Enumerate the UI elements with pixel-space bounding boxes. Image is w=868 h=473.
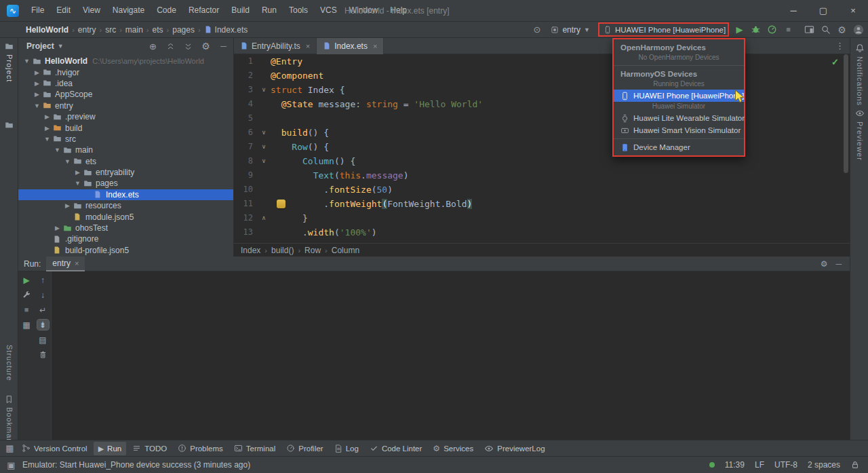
close-icon[interactable]: × [75, 259, 79, 267]
menu-navigate[interactable]: Navigate [106, 0, 151, 21]
tree-item-entry[interactable]: ▼entry [18, 100, 234, 111]
code-line-7[interactable]: 7∨ Row() { [234, 140, 850, 154]
print-icon[interactable]: ▤ [37, 335, 49, 345]
tree-item-gitignore[interactable]: .gitignore [18, 233, 234, 244]
scroll-to-end-icon[interactable]: ⇟ [37, 320, 49, 330]
chevron-down-icon[interactable]: ▼ [53, 147, 62, 153]
breadcrumb-item-index-ets[interactable]: Index.ets [204, 25, 248, 35]
inspections-ok-icon[interactable]: ✓ [831, 57, 839, 67]
editor-scrollbar[interactable] [844, 54, 848, 173]
wrench-icon[interactable] [21, 290, 33, 300]
tool-tab-project[interactable]: Project [0, 39, 18, 85]
tree-item-build-profile-json5[interactable]: build-profile.json5 [18, 245, 234, 256]
chevron-right-icon[interactable]: ▶ [73, 169, 82, 176]
toolwindow-button-terminal[interactable]: Terminal [229, 442, 280, 455]
close-icon[interactable]: × [373, 42, 377, 50]
intention-bulb-icon[interactable] [277, 200, 285, 208]
toolwindow-button-code-linter[interactable]: Code Linter [365, 442, 427, 455]
clear-all-icon[interactable] [37, 349, 49, 360]
chevron-down-icon[interactable]: ▼ [73, 180, 82, 187]
editor-tab-index-ets[interactable]: Index.ets× [317, 38, 384, 54]
tree-item-helloworld[interactable]: ▼HelloWorldC:\Users\amy\projects\HelloWo… [18, 56, 234, 67]
folder-tool-icon[interactable] [0, 118, 18, 132]
device-item-huawei-phone-huaweiphone[interactable]: HUAWEI Phone [HuaweiPhone] [614, 90, 744, 102]
breadcrumb-item-entry[interactable]: entry [78, 25, 96, 35]
breadcrumb-item-helloworld[interactable]: HelloWorld [26, 25, 68, 35]
settings-icon[interactable]: ⚙ [836, 24, 848, 35]
breadcrumb-item-ets[interactable]: ets [153, 25, 163, 35]
toolwindow-switcher-icon[interactable]: ▦ [4, 442, 16, 454]
fold-marker-icon[interactable]: ∧ [257, 211, 271, 225]
fold-marker-icon[interactable]: ∨ [257, 126, 271, 140]
maximize-button[interactable]: ▢ [808, 0, 838, 21]
fold-marker-icon[interactable]: ∨ [257, 154, 271, 168]
device-window-icon[interactable] [804, 24, 815, 35]
toolwindow-button-todo[interactable]: TODO [127, 442, 172, 455]
tree-item-idea[interactable]: ▶.idea [18, 78, 234, 89]
minimize-button[interactable]: ─ [778, 0, 808, 21]
code-line-10[interactable]: 10 .fontSize(50) [234, 183, 850, 197]
chevron-down-icon[interactable]: ▼ [43, 136, 52, 143]
code-line-8[interactable]: 8∨ Column() { [234, 154, 850, 168]
menu-run[interactable]: Run [256, 0, 283, 21]
tree-item-src[interactable]: ▼src [18, 134, 234, 145]
rerun-icon[interactable]: ▶ [21, 275, 33, 285]
lock-icon[interactable] [850, 460, 860, 470]
tree-item-index-ets[interactable]: Index.ets [18, 189, 234, 200]
code-line-13[interactable]: 13 .width('100%') [234, 225, 850, 240]
module-selector[interactable]: entry ▼ [547, 23, 593, 37]
device-item-huawei-smart-vision-simulator[interactable]: Huawei Smart Vision Simulator [614, 124, 744, 136]
encoding-widget[interactable]: UTF-8 [774, 460, 797, 470]
line-separator-widget[interactable]: LF [755, 460, 764, 470]
prev-occurrence-icon[interactable]: ↑ [37, 275, 49, 285]
close-icon[interactable]: × [306, 42, 310, 50]
settings-gear-icon[interactable]: ⚙ [821, 260, 828, 268]
menu-code[interactable]: Code [151, 0, 182, 21]
code-line-12[interactable]: 12∧ } [234, 211, 850, 225]
editor-tab-entryability-ts[interactable]: EntryAbility.ts× [234, 38, 317, 54]
menu-vcs[interactable]: VCS [314, 0, 343, 21]
tree-item-ets[interactable]: ▼ets [18, 156, 234, 167]
chevron-down-icon[interactable]: ▼ [33, 102, 41, 109]
code-editor[interactable]: 1@Entry2@Component3∨struct Index {4 @Sta… [234, 54, 850, 243]
tree-item-hvigor[interactable]: ▶.hvigor [18, 67, 234, 77]
hide-icon[interactable]: ─ [218, 41, 229, 52]
chevron-right-icon[interactable]: ▶ [43, 125, 52, 132]
more-icon[interactable]: ⋮ [835, 41, 844, 51]
run-console[interactable] [52, 271, 850, 440]
avatar-icon[interactable] [852, 24, 864, 35]
menu-refactor[interactable]: Refactor [182, 0, 225, 21]
code-line-11[interactable]: 11 .fontWeight(FontWeight.Bold) [234, 197, 850, 211]
expand-all-icon[interactable] [182, 41, 194, 52]
collapse-all-icon[interactable] [165, 41, 176, 52]
chevron-right-icon[interactable]: ▶ [33, 91, 41, 98]
menu-edit[interactable]: Edit [50, 0, 77, 21]
toolwindow-button-services[interactable]: ⚙Services [428, 442, 478, 455]
chevron-right-icon[interactable]: ▶ [33, 69, 41, 76]
breadcrumb-item-pages[interactable]: pages [172, 25, 195, 35]
chevron-down-icon[interactable]: ▼ [63, 158, 72, 165]
stop-icon[interactable]: ■ [783, 24, 794, 35]
search-icon[interactable] [820, 24, 831, 35]
device-item-device-manager[interactable]: Device Manager [614, 141, 744, 153]
settings-icon[interactable]: ⚙ [200, 41, 212, 52]
toolwindow-button-profiler[interactable]: Profiler [281, 442, 328, 455]
chevron-right-icon[interactable]: ▶ [63, 202, 72, 209]
editor-breadcrumb-row[interactable]: Row [304, 246, 321, 255]
editor-breadcrumb-build[interactable]: build() [271, 246, 294, 255]
code-line-6[interactable]: 6∨ build() { [234, 126, 850, 140]
tool-tab-notifications[interactable]: Notifications [850, 41, 868, 109]
menu-build[interactable]: Build [225, 0, 256, 21]
code-line-9[interactable]: 9 Text(this.message) [234, 168, 850, 183]
tool-tab-previewer[interactable]: Previewer [850, 106, 868, 164]
project-view-selector[interactable]: Project ▼ [26, 41, 64, 51]
hide-panel-icon[interactable]: ─ [835, 260, 842, 268]
profiler-icon[interactable] [766, 24, 778, 35]
soft-wrap-icon[interactable]: ↵ [37, 305, 49, 315]
menu-tools[interactable]: Tools [283, 0, 314, 21]
tree-item-resources[interactable]: ▶resources [18, 200, 234, 211]
locate-icon[interactable]: ⊕ [147, 41, 159, 52]
tree-item-build[interactable]: ▶build [18, 122, 234, 133]
toolwindow-button-run[interactable]: ▶Run [94, 442, 127, 455]
editor-breadcrumb-column[interactable]: Column [332, 246, 359, 255]
